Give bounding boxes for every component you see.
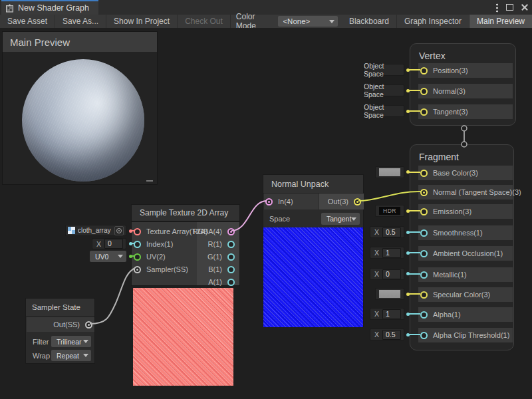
cloth-array-object-field[interactable]: cloth_array [65, 225, 126, 236]
port-out-ss[interactable] [85, 321, 92, 329]
specular-color-swatch[interactable] [375, 288, 404, 300]
widget-dot [406, 170, 410, 174]
port-index[interactable] [134, 241, 141, 248]
port-normal[interactable] [420, 88, 428, 95]
output-row: Out(SS) [27, 317, 94, 332]
port-emission[interactable] [420, 208, 428, 215]
color-mode-dropdown[interactable]: <None> [278, 16, 337, 27]
wrap-dropdown[interactable]: Repeat [51, 350, 91, 361]
port-label: Alpha(1) [433, 311, 461, 319]
metallic-input[interactable]: X0 [370, 268, 404, 280]
node-sample-texture-title: Sample Texture 2D Array [140, 208, 228, 217]
object-space-dropdown[interactable]: Object Space [363, 84, 404, 96]
wrap-value: Repeat [57, 352, 79, 360]
color-swatch [379, 290, 400, 298]
alpha-input[interactable]: X1 [370, 308, 404, 320]
check-out-button: Check Out [178, 15, 231, 28]
vertex-row-position: Position(3) [418, 63, 513, 78]
port-metallic[interactable] [420, 271, 428, 279]
widget-dot [406, 231, 410, 234]
port-texture-array[interactable] [134, 228, 141, 235]
port-specular-color[interactable] [420, 291, 428, 299]
main-preview-header[interactable]: Main Preview [3, 32, 157, 52]
smoothness-input[interactable]: X0.5 [370, 226, 404, 238]
port-label: Sampler(SS) [146, 265, 188, 273]
object-picker-icon[interactable] [114, 226, 124, 235]
node-title-bar[interactable]: Sample Texture 2D Array [131, 204, 240, 221]
fragment-row-base-color: Base Color(3) [418, 166, 513, 180]
port-alpha[interactable] [420, 311, 428, 319]
node-sampler-state[interactable]: Sampler State Out(SS) Filter Trilinear W… [25, 298, 95, 364]
fragment-row-specular-color: Specular Color(3) [418, 287, 513, 302]
port-in[interactable] [265, 198, 273, 205]
main-preview-panel[interactable]: Main Preview [2, 31, 158, 185]
filter-dropdown[interactable]: Trilinear [51, 336, 91, 347]
port-label: Index(1) [146, 240, 173, 248]
space-dropdown[interactable]: Tangent [321, 213, 360, 225]
port-label: UV(2) [146, 253, 166, 261]
port-normal-tangent-space[interactable] [420, 189, 428, 196]
port-base-color[interactable] [420, 170, 428, 177]
object-space-dropdown[interactable]: Object Space [363, 64, 404, 76]
save-asset-button[interactable]: Save Asset [0, 15, 55, 28]
widget-dot [129, 242, 132, 245]
ambient-occlusion-input[interactable]: X1 [370, 247, 404, 259]
value-field[interactable]: 1 [382, 248, 401, 258]
node-normal-unpack[interactable]: Normal Unpack In(4) Out(3) Space Tangent [263, 174, 364, 327]
resize-grip[interactable] [146, 180, 153, 182]
color-mode-value: <None> [283, 17, 310, 25]
index-input[interactable]: X 0 [92, 238, 126, 249]
chevron-down-icon [351, 217, 356, 221]
node-title-bar[interactable]: Sampler State [26, 299, 94, 317]
port-out[interactable] [354, 198, 361, 205]
fragment-row-emission: Emission(3) [418, 204, 513, 219]
value-field[interactable]: 0.5 [382, 330, 401, 340]
tab-new-shader-graph[interactable]: New Shader Graph [1, 0, 98, 15]
alpha-clip-input[interactable]: X0.5 [370, 329, 404, 340]
x-label: X [374, 270, 379, 278]
port-tangent[interactable] [420, 108, 428, 116]
node-title-bar[interactable]: Normal Unpack [263, 175, 363, 194]
value-field[interactable]: 1 [382, 309, 401, 319]
value-field[interactable]: 0 [382, 269, 401, 279]
main-preview-button[interactable]: Main Preview [469, 15, 532, 28]
port-r[interactable] [227, 241, 235, 248]
more-menu-icon[interactable] [496, 3, 498, 13]
port-label: Ambient Occlusion(1) [433, 249, 503, 257]
port-uv[interactable] [134, 253, 141, 261]
port-alpha-clip-threshold[interactable] [420, 332, 428, 339]
port-sampler[interactable] [134, 266, 141, 273]
port-label: Alpha Clip Threshold(1) [433, 331, 509, 339]
node-vertex[interactable]: Vertex Position(3) Normal(3) Tangent(3) [410, 43, 516, 126]
fragment-row-normal-ts: Normal (Tangent Space)(3) [418, 185, 513, 200]
x-label: X [374, 228, 379, 236]
input-row: Sampler(SS) [132, 262, 198, 277]
node-sample-texture-2d-array[interactable]: Sample Texture 2D Array Texture Array(T2… [131, 204, 240, 388]
port-label: A(1) [208, 278, 222, 286]
port-ambient-occlusion[interactable] [420, 250, 428, 257]
object-space-dropdown[interactable]: Object Space [363, 105, 404, 117]
value-field[interactable]: 0 [104, 239, 123, 249]
value-field[interactable]: 0.5 [382, 227, 401, 237]
port-g[interactable] [227, 253, 235, 261]
blackboard-button[interactable]: Blackboard [342, 15, 397, 28]
close-icon[interactable] [521, 4, 528, 11]
port-rgba[interactable] [227, 228, 235, 235]
show-in-project-button[interactable]: Show In Project [106, 15, 178, 28]
maximize-icon[interactable] [506, 4, 513, 11]
wrap-label: Wrap [33, 352, 50, 360]
port-b[interactable] [227, 266, 235, 273]
texture-thumbnail-icon [68, 227, 75, 234]
save-as-button[interactable]: Save As... [55, 15, 106, 28]
port-a[interactable] [227, 279, 235, 286]
fragment-row-smoothness: Smoothness(1) [418, 225, 513, 240]
port-position[interactable] [420, 67, 428, 74]
base-color-swatch[interactable] [375, 166, 404, 178]
port-smoothness[interactable] [420, 229, 428, 237]
emission-hdr-swatch[interactable]: HDR [375, 205, 404, 217]
widget-dot [406, 68, 410, 72]
node-fragment[interactable]: Fragment Base Color(3) Normal (Tangent S… [410, 144, 514, 350]
uv-channel-dropdown[interactable]: UV0 [90, 251, 126, 262]
port-label: Smoothness(1) [433, 229, 483, 237]
graph-inspector-button[interactable]: Graph Inspector [397, 15, 469, 28]
